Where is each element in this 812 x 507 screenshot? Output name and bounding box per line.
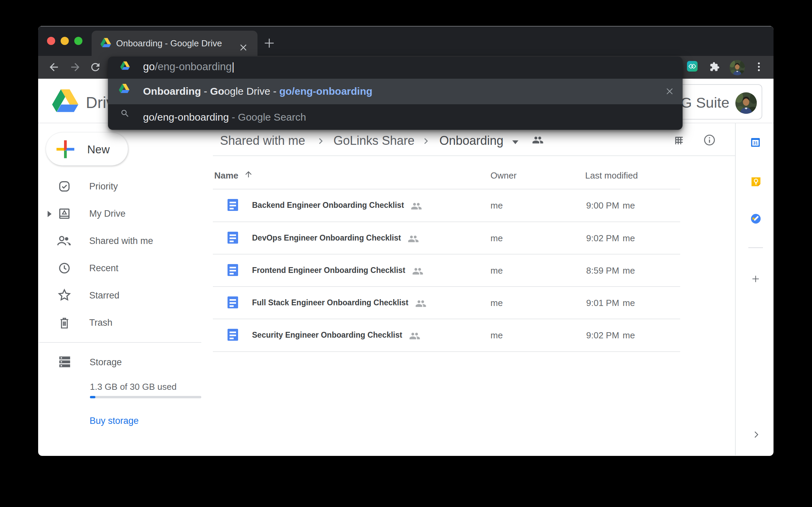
svg-text:31: 31 [753,141,758,145]
